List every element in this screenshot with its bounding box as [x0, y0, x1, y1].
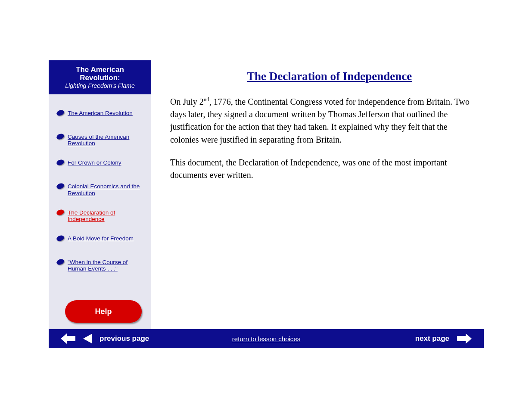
- bullet-icon: [56, 209, 65, 216]
- arrow-left-bold-icon[interactable]: [61, 333, 75, 344]
- sidebar-header: The American Revolution: Lighting Freedo…: [49, 60, 151, 94]
- sidebar: The American Revolution: Lighting Freedo…: [49, 60, 151, 329]
- sidebar-item-0[interactable]: The American Revolution: [49, 110, 151, 116]
- page: The American Revolution: Lighting Freedo…: [49, 60, 484, 348]
- bottom-nav: previous page return to lesson choices n…: [49, 329, 484, 348]
- bullet-icon: [56, 133, 65, 140]
- sidebar-item-label: The Declaration of Independence: [68, 209, 115, 222]
- sidebar-item-3[interactable]: Colonial Economics and the Revolution: [49, 183, 151, 196]
- bullet-icon: [56, 109, 65, 116]
- next-page-link[interactable]: next page: [415, 334, 449, 343]
- svg-marker-2: [457, 333, 472, 344]
- sidebar-item-label: For Crown or Colony: [68, 159, 121, 166]
- svg-marker-1: [83, 334, 92, 343]
- sidebar-title-line2: Revolution:: [49, 74, 151, 82]
- body-text: On July 2nd, 1776, the Continental Congr…: [170, 96, 472, 192]
- return-lesson-link[interactable]: return to lesson choices: [232, 335, 300, 342]
- sidebar-item-6[interactable]: "When in the Course of Human Events . . …: [49, 259, 151, 272]
- svg-marker-0: [61, 333, 75, 344]
- arrow-right-bold-icon[interactable]: [457, 333, 472, 344]
- sidebar-item-4[interactable]: The Declaration of Independence: [49, 209, 151, 222]
- arrow-left-icon[interactable]: [83, 334, 92, 343]
- sidebar-item-label: Colonial Economics and the Revolution: [68, 183, 140, 196]
- prev-page-link[interactable]: previous page: [100, 334, 149, 343]
- nav-left: previous page: [49, 333, 149, 344]
- bullet-icon: [56, 159, 65, 166]
- help-button-label: Help: [95, 307, 112, 316]
- bullet-icon: [56, 234, 65, 242]
- sidebar-title-line1: The American: [49, 65, 151, 74]
- sidebar-item-5[interactable]: A Bold Move for Freedom: [49, 235, 151, 242]
- sidebar-subtitle: Lighting Freedom's Flame: [49, 82, 151, 89]
- page-title: The Declaration of Independence: [247, 70, 412, 83]
- sidebar-item-label: Causes of the American Revolution: [68, 134, 129, 146]
- paragraph-1: On July 2nd, 1776, the Continental Congr…: [170, 96, 472, 146]
- paragraph-2: This document, the Declaration of Indepe…: [170, 156, 472, 181]
- sidebar-item-1[interactable]: Causes of the American Revolution: [49, 134, 151, 146]
- sidebar-item-2[interactable]: For Crown or Colony: [49, 159, 151, 166]
- sidebar-item-label: "When in the Course of Human Events . . …: [68, 259, 128, 272]
- bullet-icon: [56, 183, 65, 190]
- nav-right: next page: [415, 333, 484, 344]
- sidebar-item-label: A Bold Move for Freedom: [68, 235, 134, 242]
- sidebar-menu: The American Revolution Causes of the Am…: [49, 94, 151, 272]
- help-button[interactable]: Help: [65, 300, 142, 323]
- sidebar-item-label: The American Revolution: [68, 110, 133, 116]
- bullet-icon: [56, 258, 65, 265]
